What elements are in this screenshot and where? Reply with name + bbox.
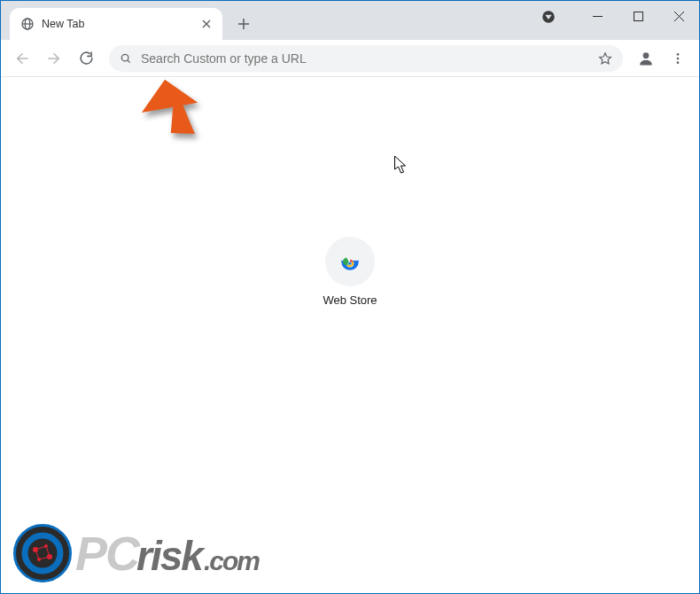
extension-indicator-icon[interactable] — [540, 8, 557, 26]
svg-marker-17 — [600, 52, 611, 63]
back-button[interactable] — [8, 44, 36, 73]
svg-point-21 — [677, 61, 680, 64]
forward-button[interactable] — [40, 44, 68, 73]
bookmark-star-icon[interactable] — [598, 51, 612, 66]
address-bar[interactable] — [109, 45, 623, 72]
svg-point-20 — [677, 57, 680, 59]
search-icon — [120, 52, 132, 65]
svg-point-18 — [643, 52, 649, 59]
browser-window: New Tab — [1, 1, 699, 593]
reload-button[interactable] — [72, 44, 100, 73]
tab-title: New Tab — [42, 18, 192, 30]
svg-rect-10 — [634, 12, 642, 20]
window-maximize-button[interactable] — [618, 1, 658, 31]
svg-point-15 — [121, 54, 128, 61]
address-input[interactable] — [141, 51, 589, 66]
new-tab-page: Web Store — [1, 77, 699, 593]
tab-close-button[interactable] — [199, 17, 214, 31]
window-minimize-button[interactable] — [577, 1, 618, 31]
new-tab-button[interactable] — [231, 12, 256, 36]
tab-strip: New Tab — [1, 1, 699, 40]
menu-button[interactable] — [664, 44, 692, 73]
svg-line-16 — [128, 59, 130, 62]
shortcut-label: Web Store — [323, 293, 377, 307]
svg-point-19 — [677, 53, 680, 56]
browser-tab[interactable]: New Tab — [10, 8, 222, 40]
globe-icon — [20, 17, 35, 31]
window-controls — [577, 1, 699, 31]
shortcut-web-store[interactable]: Web Store — [323, 237, 377, 307]
toolbar — [1, 40, 699, 77]
webstore-icon — [338, 250, 362, 273]
window-close-button[interactable] — [658, 1, 699, 31]
profile-button[interactable] — [632, 44, 660, 73]
shortcut-tile — [325, 237, 375, 286]
